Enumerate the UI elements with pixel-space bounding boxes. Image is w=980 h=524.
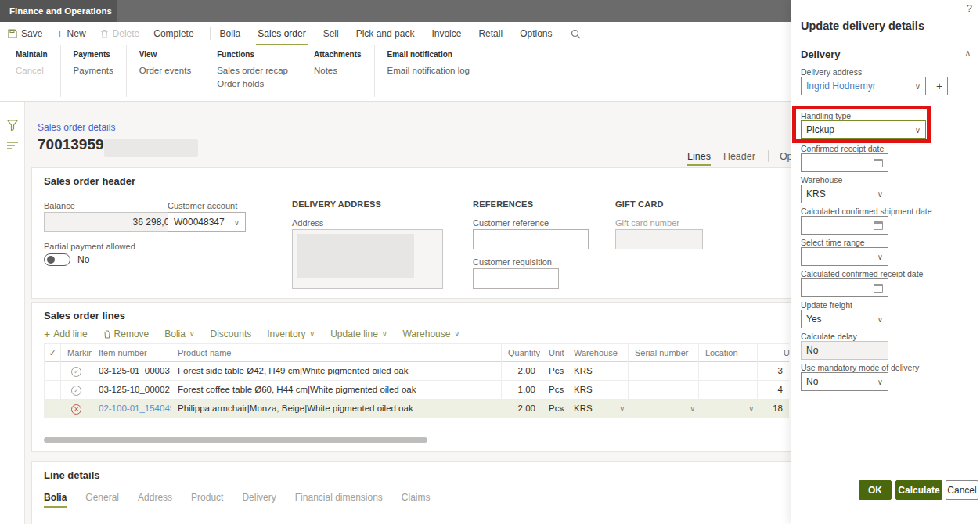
- chevron-down-icon: ∨: [310, 330, 315, 338]
- warehouse-menu-button[interactable]: Warehouse ∨: [402, 328, 459, 339]
- ok-button[interactable]: OK: [859, 480, 892, 500]
- cancel-button[interactable]: Cancel: [16, 64, 48, 77]
- update-freight-combo[interactable]: Yes ∨: [801, 310, 888, 328]
- view-header[interactable]: Header: [723, 151, 755, 162]
- redacted-address-text: [297, 234, 414, 278]
- customer-requisition-input[interactable]: [473, 268, 559, 289]
- notes-button[interactable]: Notes: [314, 64, 362, 77]
- update-line-menu-button[interactable]: Update line ∨: [330, 328, 387, 339]
- unit-cell: Pcs: [542, 381, 567, 400]
- product-name-cell: Forest coffee table Ø60, H44 cm|White pi…: [171, 381, 502, 400]
- table-row[interactable]: ✓ 03-125-10_00002 Forest coffee table Ø6…: [44, 381, 789, 400]
- divider: [768, 150, 769, 162]
- tab-product[interactable]: Product: [191, 492, 223, 503]
- location-cell: [699, 381, 758, 400]
- tab-retail[interactable]: Retail: [478, 28, 503, 39]
- ribbon-group-view: View Order events: [127, 45, 204, 97]
- action-bar: Save + New Delete Complete Bolia Sales o…: [0, 22, 792, 45]
- table-row-selected[interactable]: ✕ 02-100-01_15404943 Philippa armchair|M…: [44, 400, 789, 418]
- serial-number-cell-combo[interactable]: ∨: [629, 400, 699, 418]
- tab-options[interactable]: Options: [520, 28, 552, 39]
- select-time-range-combo[interactable]: ∨: [801, 247, 888, 266]
- inventory-menu-button[interactable]: Inventory ∨: [267, 328, 315, 339]
- email-notification-log-button[interactable]: Email notification log: [387, 64, 470, 77]
- chevron-up-icon[interactable]: ∧: [965, 48, 971, 57]
- address-label: Address: [292, 218, 323, 228]
- chevron-down-icon: ∨: [234, 218, 240, 227]
- calculated-confirmed-shipment-date-input[interactable]: [801, 216, 888, 235]
- tab-claims[interactable]: Claims: [402, 492, 431, 503]
- tab-sell[interactable]: Sell: [323, 28, 339, 39]
- save-button[interactable]: Save: [8, 28, 42, 39]
- chevron-down-icon: ∨: [382, 330, 387, 338]
- new-button[interactable]: + New: [56, 27, 85, 40]
- select-all-check-icon[interactable]: ✓: [44, 344, 61, 363]
- warehouse-cell-combo[interactable]: KRS∨: [567, 400, 629, 418]
- gift-card-number-label: Gift card number: [615, 218, 679, 228]
- search-button[interactable]: [571, 29, 585, 39]
- tab-address[interactable]: Address: [138, 492, 172, 503]
- redacted-customer-name: [104, 139, 198, 157]
- quantity-cell: 1.00: [502, 381, 542, 400]
- breadcrumb[interactable]: Sales order details: [38, 122, 115, 133]
- col-location: Location: [699, 344, 758, 363]
- bolia-menu-button[interactable]: Bolia ∨: [164, 328, 194, 339]
- warehouse-combo[interactable]: KRS ∨: [801, 185, 888, 203]
- row-select-cell[interactable]: [44, 381, 61, 400]
- add-line-button[interactable]: + Add line: [44, 328, 88, 340]
- table-row[interactable]: ✓ 03-125-01_00003 Forest side table Ø42,…: [44, 362, 789, 381]
- chevron-down-icon: ∨: [877, 190, 883, 199]
- complete-button[interactable]: Complete: [153, 28, 193, 39]
- customer-account-combo[interactable]: W00048347 ∨: [168, 212, 246, 232]
- delivery-address-combo[interactable]: Ingrid Hodnemyr ∨: [801, 77, 926, 95]
- product-name-cell: Forest side table Ø42, H49 cm|White pigm…: [171, 362, 502, 381]
- unit-cell-combo[interactable]: Pcs∨: [542, 400, 567, 418]
- location-cell-combo[interactable]: ∨: [699, 400, 758, 418]
- tab-financial-dimensions[interactable]: Financial dimensions: [295, 492, 383, 503]
- item-number-link[interactable]: 02-100-01_15404943: [99, 404, 171, 413]
- remove-button[interactable]: Remove: [103, 328, 150, 339]
- row-select-cell[interactable]: [44, 362, 61, 381]
- tab-bolia[interactable]: Bolia: [220, 28, 241, 39]
- warehouse-cell: KRS: [567, 362, 629, 381]
- toggle-knob: [47, 256, 55, 264]
- confirmed-receipt-date-input[interactable]: [801, 153, 888, 172]
- partial-payment-label: Partial payment allowed: [44, 242, 135, 251]
- discounts-button[interactable]: Discounts: [211, 328, 252, 339]
- row-select-cell[interactable]: [44, 400, 61, 418]
- grid-header-row: ✓ Marking Item number Product name Quant…: [44, 343, 789, 362]
- tab-bolia[interactable]: Bolia: [44, 492, 67, 503]
- calculate-button[interactable]: Calculate: [895, 480, 942, 500]
- use-mandatory-mode-of-delivery-combo[interactable]: No ∨: [801, 372, 888, 391]
- tab-invoice[interactable]: Invoice: [431, 28, 461, 39]
- location-cell: [699, 362, 758, 381]
- partial-payment-toggle[interactable]: [44, 253, 70, 266]
- tab-general[interactable]: General: [85, 492, 119, 503]
- calendar-icon[interactable]: [874, 159, 883, 167]
- cancel-button[interactable]: Cancel: [946, 480, 978, 500]
- add-address-button[interactable]: +: [931, 77, 948, 95]
- calculated-confirmed-receipt-date-input[interactable]: [801, 278, 888, 297]
- payments-button[interactable]: Payments: [74, 64, 113, 77]
- order-holds-button[interactable]: Order holds: [217, 77, 288, 91]
- handling-type-combo[interactable]: Pickup ∨: [801, 120, 926, 139]
- col-marking: Marking: [61, 344, 92, 363]
- address-field[interactable]: [292, 229, 443, 289]
- delete-button[interactable]: Delete: [100, 28, 140, 39]
- order-events-button[interactable]: Order events: [139, 64, 191, 77]
- calendar-icon[interactable]: [874, 221, 883, 230]
- chevron-down-icon: ∨: [690, 400, 695, 418]
- save-icon: [8, 29, 17, 38]
- flyout-list-icon[interactable]: [6, 141, 19, 150]
- line-details-tabs: Bolia General Address Product Delivery F…: [44, 492, 449, 503]
- view-lines[interactable]: Lines: [687, 151, 711, 162]
- sales-order-recap-button[interactable]: Sales order recap: [217, 64, 288, 77]
- tab-delivery[interactable]: Delivery: [242, 492, 276, 503]
- tab-sales-order[interactable]: Sales order: [258, 28, 305, 39]
- filter-icon[interactable]: [6, 119, 19, 131]
- customer-reference-input[interactable]: [473, 229, 589, 249]
- horizontal-scrollbar-thumb[interactable]: [44, 437, 427, 443]
- help-icon[interactable]: ?: [967, 2, 972, 14]
- tab-pick-and-pack[interactable]: Pick and pack: [356, 28, 415, 39]
- calendar-icon[interactable]: [874, 284, 883, 293]
